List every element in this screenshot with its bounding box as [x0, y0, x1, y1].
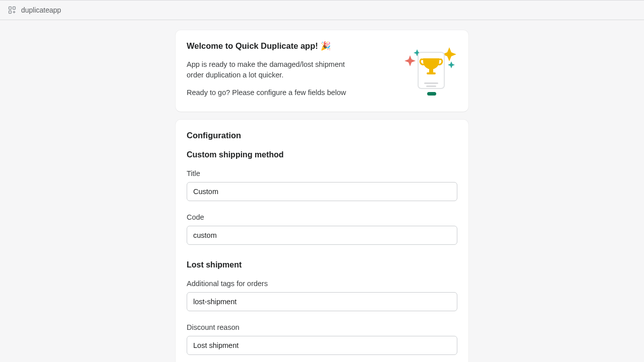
trophy-illustration: [397, 40, 457, 101]
field-shipping-title: Title: [187, 168, 457, 201]
welcome-body-2: Ready to go? Please configure a few fiel…: [187, 87, 363, 98]
svg-rect-1: [13, 7, 16, 10]
field-lost-tags: Additional tags for orders: [187, 279, 457, 311]
app-icon: [8, 6, 16, 14]
welcome-card: Welcome to Quick Duplicate app! 🎉 App is…: [176, 30, 468, 112]
section-lost-shipment: Lost shipment Additional tags for orders…: [187, 259, 457, 355]
svg-rect-7: [426, 85, 436, 87]
app-header: duplicateapp: [0, 0, 644, 20]
config-card: Configuration Custom shipping method Tit…: [176, 120, 468, 362]
lost-tags-input[interactable]: [187, 292, 457, 311]
svg-rect-2: [9, 11, 12, 14]
section-shipping-method: Custom shipping method Title Code: [187, 149, 457, 245]
svg-rect-4: [429, 68, 433, 72]
lost-heading: Lost shipment: [187, 259, 457, 270]
shipping-heading: Custom shipping method: [187, 149, 457, 160]
shipping-title-input[interactable]: [187, 182, 457, 201]
field-shipping-code: Code: [187, 212, 457, 245]
lost-discount-label: Discount reason: [187, 322, 457, 333]
lost-tags-label: Additional tags for orders: [187, 279, 457, 289]
welcome-title: Welcome to Quick Duplicate app! 🎉: [187, 40, 388, 52]
shipping-title-label: Title: [187, 168, 457, 179]
svg-rect-0: [9, 7, 12, 10]
shipping-code-label: Code: [187, 212, 457, 223]
config-heading: Configuration: [187, 130, 457, 142]
lost-discount-input[interactable]: [187, 336, 457, 355]
svg-rect-6: [424, 82, 438, 84]
app-name: duplicateapp: [21, 5, 61, 15]
welcome-body-1: App is ready to make the damaged/lost sh…: [187, 59, 363, 80]
page-body: Welcome to Quick Duplicate app! 🎉 App is…: [0, 20, 644, 362]
field-lost-discount: Discount reason: [187, 322, 457, 355]
svg-rect-8: [427, 92, 436, 96]
svg-rect-5: [427, 72, 436, 74]
shipping-code-input[interactable]: [187, 226, 457, 245]
